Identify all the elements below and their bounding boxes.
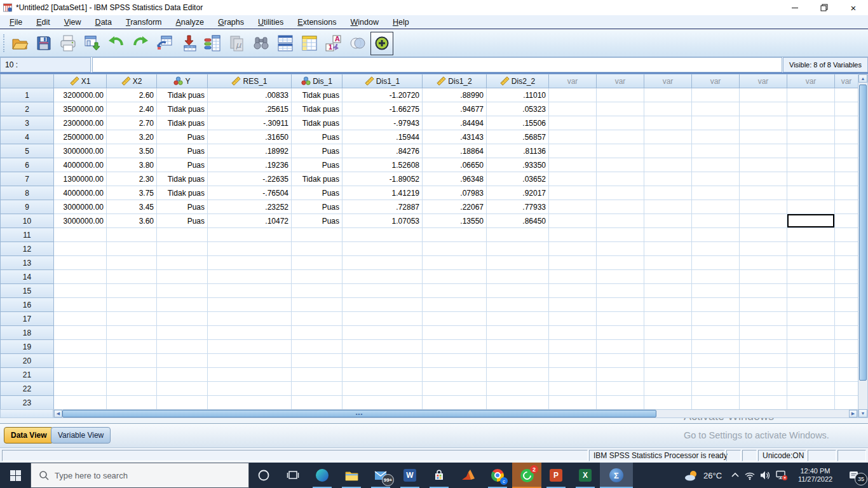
row-number[interactable]: 18: [1, 326, 54, 340]
column-header-var-5[interactable]: var: [740, 74, 787, 88]
cell-r17-c7[interactable]: [423, 312, 487, 326]
cell-r11-c13[interactable]: [740, 228, 787, 242]
cell-r4-c11[interactable]: [644, 130, 692, 144]
cell-r1-c11[interactable]: [644, 88, 692, 102]
row-number[interactable]: 12: [1, 242, 54, 256]
cell-r20-c1[interactable]: [54, 354, 107, 368]
cell-r14-c11[interactable]: [644, 270, 692, 284]
cell-r10-c8[interactable]: .86450: [487, 214, 549, 228]
column-header-var-2[interactable]: var: [597, 74, 644, 88]
cell-r14-c1[interactable]: [54, 270, 107, 284]
row-number[interactable]: 17: [1, 312, 54, 326]
cell-r11-c2[interactable]: [107, 228, 157, 242]
cell-r1-c4[interactable]: .00833: [208, 88, 292, 102]
cell-r2-c2[interactable]: 2.40: [107, 102, 157, 116]
cell-r20-c12[interactable]: [692, 354, 740, 368]
row-number[interactable]: 2: [1, 102, 54, 116]
cell-r2-c8[interactable]: .05323: [487, 102, 549, 116]
cell-r16-c3[interactable]: [157, 298, 208, 312]
cell-r10-c15[interactable]: [835, 214, 858, 228]
cell-r13-c6[interactable]: [342, 256, 423, 270]
cell-r21-c11[interactable]: [644, 368, 692, 382]
row-number[interactable]: 6: [1, 158, 54, 172]
cell-r7-c15[interactable]: [835, 172, 858, 186]
cell-r20-c8[interactable]: [487, 354, 549, 368]
cell-r17-c9[interactable]: [549, 312, 597, 326]
cell-r19-c13[interactable]: [740, 340, 787, 354]
cell-r15-c7[interactable]: [423, 284, 487, 298]
cell-r17-c13[interactable]: [740, 312, 787, 326]
matlab-button[interactable]: [454, 463, 483, 488]
cell-r7-c12[interactable]: [692, 172, 740, 186]
cell-r2-c13[interactable]: [740, 102, 787, 116]
cell-r6-c4[interactable]: .19236: [208, 158, 292, 172]
cell-r6-c7[interactable]: .06650: [423, 158, 487, 172]
scroll-right-arrow[interactable]: ▶: [849, 410, 857, 417]
cell-r16-c9[interactable]: [549, 298, 597, 312]
cell-r23-c2[interactable]: [107, 396, 157, 410]
cell-r11-c1[interactable]: [54, 228, 107, 242]
cell-r17-c2[interactable]: [107, 312, 157, 326]
cell-r2-c6[interactable]: -1.66275: [342, 102, 423, 116]
cell-r17-c15[interactable]: [835, 312, 858, 326]
cell-r23-c7[interactable]: [423, 396, 487, 410]
cell-r13-c10[interactable]: [597, 256, 644, 270]
cell-r14-c6[interactable]: [342, 270, 423, 284]
scroll-up-arrow[interactable]: ▲: [858, 74, 867, 83]
cell-r1-c9[interactable]: [549, 88, 597, 102]
cell-r9-c15[interactable]: [835, 200, 858, 214]
cell-r20-c4[interactable]: [208, 354, 292, 368]
cell-r21-c5[interactable]: [292, 368, 342, 382]
cell-r12-c10[interactable]: [597, 242, 644, 256]
cell-r12-c3[interactable]: [157, 242, 208, 256]
cell-r5-c12[interactable]: [692, 144, 740, 158]
cell-r2-c1[interactable]: 3500000.00: [54, 102, 107, 116]
cell-r22-c4[interactable]: [208, 382, 292, 396]
cell-r17-c3[interactable]: [157, 312, 208, 326]
cell-r21-c12[interactable]: [692, 368, 740, 382]
cell-r21-c3[interactable]: [157, 368, 208, 382]
cell-r8-c7[interactable]: .07983: [423, 186, 487, 200]
cell-r23-c4[interactable]: [208, 396, 292, 410]
cell-r6-c8[interactable]: .93350: [487, 158, 549, 172]
mail-button[interactable]: 99+: [366, 463, 395, 488]
cell-r2-c7[interactable]: .94677: [423, 102, 487, 116]
cell-r6-c12[interactable]: [692, 158, 740, 172]
column-header-dis1_1[interactable]: Dis1_1: [342, 74, 423, 88]
cell-r5-c9[interactable]: [549, 144, 597, 158]
cell-r7-c11[interactable]: [644, 172, 692, 186]
cell-r13-c9[interactable]: [549, 256, 597, 270]
cell-r14-c10[interactable]: [597, 270, 644, 284]
cell-r2-c12[interactable]: [692, 102, 740, 116]
cell-r17-c1[interactable]: [54, 312, 107, 326]
cell-r14-c5[interactable]: [292, 270, 342, 284]
cell-r10-c9[interactable]: [549, 214, 597, 228]
cell-r5-c1[interactable]: 3000000.00: [54, 144, 107, 158]
column-header-res_1[interactable]: RES_1: [208, 74, 292, 88]
cell-r17-c4[interactable]: [208, 312, 292, 326]
cell-r9-c13[interactable]: [740, 200, 787, 214]
horizontal-scroll-thumb[interactable]: •••: [62, 410, 656, 417]
cell-r15-c9[interactable]: [549, 284, 597, 298]
cell-r16-c12[interactable]: [692, 298, 740, 312]
cell-r1-c8[interactable]: .11010: [487, 88, 549, 102]
cell-r11-c15[interactable]: [835, 228, 858, 242]
cell-r12-c9[interactable]: [549, 242, 597, 256]
cell-r16-c1[interactable]: [54, 298, 107, 312]
cell-r17-c6[interactable]: [342, 312, 423, 326]
menu-item-analyze[interactable]: Analyze: [169, 17, 211, 28]
cell-r12-c8[interactable]: [487, 242, 549, 256]
find-button[interactable]: [250, 32, 273, 55]
cell-r16-c14[interactable]: [787, 298, 835, 312]
menu-item-window[interactable]: Window: [343, 17, 385, 28]
cell-r21-c7[interactable]: [423, 368, 487, 382]
cell-r1-c14[interactable]: [787, 88, 835, 102]
cell-r23-c13[interactable]: [740, 396, 787, 410]
cell-r20-c11[interactable]: [644, 354, 692, 368]
row-number[interactable]: 19: [1, 340, 54, 354]
menu-item-transform[interactable]: Transform: [119, 17, 169, 28]
cell-r3-c15[interactable]: [835, 116, 858, 130]
cell-r12-c12[interactable]: [692, 242, 740, 256]
cell-r3-c9[interactable]: [549, 116, 597, 130]
menu-item-graphs[interactable]: Graphs: [211, 17, 251, 28]
